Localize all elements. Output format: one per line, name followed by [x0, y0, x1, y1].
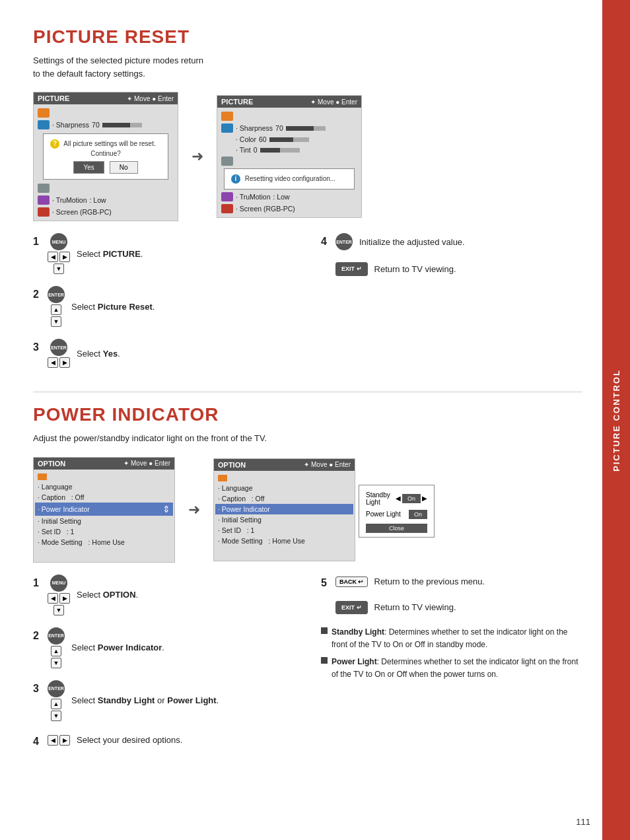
menu-row-icons-r: [221, 155, 357, 167]
back-button[interactable]: BACK ↩: [335, 577, 368, 587]
menu-row-icon1: [38, 107, 174, 119]
enter-button-2[interactable]: ENTER: [48, 286, 65, 303]
page-number: 111: [576, 817, 590, 827]
menu-button[interactable]: MENU: [50, 233, 67, 250]
menu-icon-img2: [221, 204, 233, 213]
arrow-icon-2: ➜: [188, 501, 200, 518]
tint-bar-r: [260, 148, 300, 153]
picture-steps-right: 4 ENTER Initialize the adjusted value. E…: [321, 233, 582, 380]
menu-row-color-r: · Color 60: [221, 134, 357, 145]
bullet-standby: Standby Light: Determines whether to set…: [321, 626, 582, 651]
option-row-caption: · Caption : Off: [38, 492, 170, 503]
menu-row-trumotion-r: · TruMotion : Low: [221, 191, 357, 203]
down-arrow-1[interactable]: ▼: [53, 263, 64, 274]
power-step-1: 1 MENU ◀ ▶ ▼ Select OPTION.: [33, 575, 295, 615]
option-row-setid: · Set ID : 1: [38, 526, 170, 537]
exit-button-2[interactable]: EXIT ↵: [335, 601, 368, 615]
menu-icon-img: [38, 207, 50, 217]
right-arrow-pi1[interactable]: ▶: [59, 593, 70, 604]
power-indicator-steps: 1 MENU ◀ ▶ ▼ Select OPTION. 2: [33, 575, 582, 759]
power-indicator-panels: OPTION ✦ Move ● Enter · Language · Capti…: [33, 457, 582, 563]
option-row-lang: · Language: [38, 481, 170, 492]
up-arrow-pi2[interactable]: ▲: [51, 646, 61, 656]
right-arrow[interactable]: ▶: [59, 252, 70, 262]
power-step-4: 4 ◀ ▶ Select your desired options.: [33, 733, 295, 748]
option-row-initial: · Initial Setting: [38, 516, 170, 526]
enter-button-3[interactable]: ENTER: [50, 339, 67, 356]
picture-step-4: 4 ENTER Initialize the adjusted value.: [321, 233, 582, 250]
picture-steps-left: 1 MENU ◀ ▶ ▼ Select PICTURE. 2: [33, 233, 295, 380]
enter-button-pi2[interactable]: ENTER: [48, 627, 65, 645]
standby-light-row: Standby Light ◀ On ▶: [366, 489, 427, 508]
menu-icon-blue: [38, 120, 50, 129]
option-row-icon: [38, 472, 170, 481]
menu-row-tint-r: · Tint 0: [221, 145, 357, 155]
picture-step-2: 2 ENTER ▲ ▼ Select Picture Reset.: [33, 286, 295, 327]
option-row-mode: · Mode Setting : Home Use: [38, 537, 170, 547]
option-row-mode-r: · Mode Setting : Home Use: [218, 536, 351, 546]
left-arrow-pi1[interactable]: ◀: [48, 593, 58, 604]
left-arrow-pi4[interactable]: ◀: [48, 735, 58, 746]
power-step-5: 5 BACK ↩ Return to the previous menu.: [321, 575, 582, 589]
info-dialog: i Resetting video configuration...: [224, 168, 355, 190]
picture-panel-left: PICTURE ✦ Move ● Enter · Sharpness 70: [33, 92, 178, 221]
up-arrow-2[interactable]: ▲: [51, 304, 61, 315]
power-step-2: 2 ENTER ▲ ▼ Select Power Indicator.: [33, 627, 295, 668]
power-step-exit: EXIT ↵ Return to TV viewing.: [321, 601, 582, 615]
close-submenu-button[interactable]: Close: [366, 524, 427, 533]
menu-row-icons-left: [38, 182, 174, 194]
standby-value[interactable]: On: [402, 494, 421, 503]
option-row-power-indicator-r: · Power Indicator: [215, 504, 353, 514]
power-indicator-bullets: Standby Light: Determines whether to set…: [321, 626, 582, 681]
down-arrow-pi2[interactable]: ▼: [51, 658, 61, 668]
option-row-setid-r: · Set ID : 1: [218, 525, 351, 536]
option-panel-right: OPTION ✦ Move ● Enter · Language · Capti…: [213, 458, 355, 561]
picture-step-exit: EXIT ↵ Return to TV viewing.: [321, 262, 582, 276]
down-arrow-pi1[interactable]: ▼: [53, 605, 64, 615]
power-indicator-desc: Adjust the power/standby indicator light…: [33, 432, 582, 445]
left-arrow-3[interactable]: ◀: [48, 357, 58, 368]
power-steps-left: 1 MENU ◀ ▶ ▼ Select OPTION. 2: [33, 575, 295, 759]
menu-icon-orange2: [221, 112, 233, 121]
option-row-power-indicator: · Power Indicator ⇕: [35, 503, 173, 516]
right-arrow-3[interactable]: ▶: [59, 357, 70, 368]
power-indicator-submenu: Standby Light ◀ On ▶ Power Light On Clos…: [359, 485, 435, 538]
picture-step-1: 1 MENU ◀ ▶ ▼ Select PICTURE.: [33, 233, 295, 274]
menu-icon-sound2: [221, 192, 233, 201]
menu-button-pi[interactable]: MENU: [50, 575, 67, 592]
menu-row-sharpness: · Sharpness 70: [38, 119, 174, 131]
exit-button-1[interactable]: EXIT ↵: [335, 262, 368, 276]
bullet-icon-2: [321, 657, 328, 664]
color-bar-r: [269, 137, 309, 142]
dialog-info-icon: i: [231, 174, 240, 184]
sharpness-bar: [102, 123, 142, 127]
dialog-question-icon: ?: [50, 139, 59, 149]
picture-reset-title: PICTURE RESET: [33, 26, 582, 48]
sidebar-label: PICTURE CONTROL: [612, 369, 621, 472]
option-row-icon-r: [218, 473, 351, 483]
sharpness-bar-r: [286, 126, 326, 131]
menu-icon-gear: [38, 184, 50, 193]
main-content: PICTURE RESET Settings of the selected p…: [0, 0, 602, 786]
no-button[interactable]: No: [110, 161, 138, 174]
picture-panel-right: PICTURE ✦ Move ● Enter · Sharpness 70: [217, 95, 362, 218]
enter-button-pi3[interactable]: ENTER: [48, 680, 65, 697]
menu-row-icon2: [221, 110, 357, 122]
yes-button[interactable]: Yes: [73, 161, 104, 174]
down-arrow-2[interactable]: ▼: [51, 316, 61, 327]
left-arrow[interactable]: ◀: [48, 252, 58, 262]
power-light-value[interactable]: On: [409, 510, 427, 519]
picture-panel-left-header: PICTURE ✦ Move ● Enter: [34, 92, 178, 104]
right-arrow-pi4[interactable]: ▶: [59, 735, 70, 746]
option-header-left: OPTION ✦ Move ● Enter: [34, 458, 174, 470]
up-arrow-pi3[interactable]: ▲: [51, 699, 61, 709]
option-panel-left: OPTION ✦ Move ● Enter · Language · Capti…: [33, 457, 175, 563]
menu-row-trumotion-left: · TruMotion : Low: [38, 194, 174, 206]
picture-step-3: 3 ENTER ◀ ▶ Select Yes.: [33, 339, 295, 368]
down-arrow-pi3[interactable]: ▼: [51, 711, 61, 721]
picture-reset-panels: PICTURE ✦ Move ● Enter · Sharpness 70: [33, 92, 582, 221]
arrow-icon-1: ➜: [192, 148, 203, 165]
picture-reset-desc: Settings of the selected picture modes r…: [33, 54, 582, 80]
power-indicator-title: POWER INDICATOR: [33, 404, 582, 425]
enter-button-4[interactable]: ENTER: [335, 233, 353, 250]
